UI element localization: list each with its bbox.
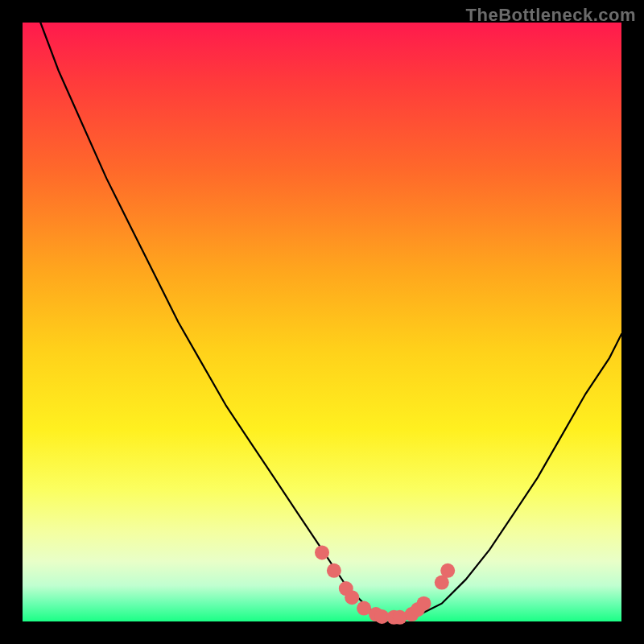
watermark-text: TheBottleneck.com [466,5,636,26]
sample-dots [315,545,455,624]
sample-dot [417,597,431,611]
bottleneck-chart [23,23,621,621]
sample-dot [345,590,359,605]
sample-dot [327,564,341,578]
sample-dot [315,545,329,559]
bottleneck-curve [40,23,621,618]
sample-dot [440,564,455,578]
